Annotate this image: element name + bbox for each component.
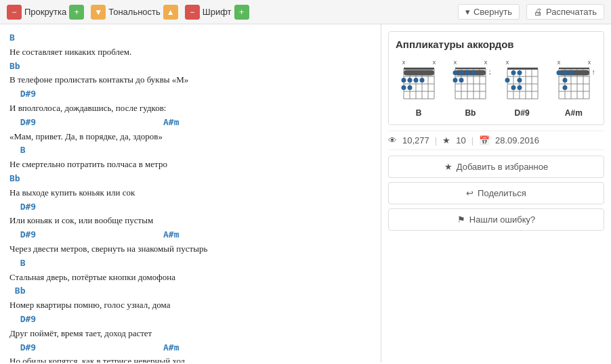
chord-diagram-label: D#9: [515, 108, 530, 118]
chord-grid: x: [502, 57, 543, 104]
text-line: Или коньяк и сок, или вообще пустым: [9, 214, 371, 228]
font-minus-btn[interactable]: −: [185, 5, 200, 20]
chord-diagram-label: A#m: [565, 108, 583, 118]
text-line: В телефоне пролистать контакты до буквы …: [9, 73, 371, 87]
main-container: BНе составляет никаких проблем.BbВ телеф…: [0, 24, 611, 363]
svg-text:x: x: [402, 59, 406, 66]
views-icon: 👁: [388, 135, 397, 145]
svg-point-20: [408, 85, 413, 90]
star-icon: ★: [444, 162, 452, 172]
text-line: Через двести метров, свернуть на знакомы…: [9, 242, 371, 256]
scroll-plus-btn[interactable]: +: [69, 5, 84, 20]
svg-point-39: [465, 70, 470, 75]
chord-line: D#9 A#m: [9, 228, 371, 242]
svg-text:x: x: [454, 59, 457, 66]
svg-point-16: [408, 78, 413, 83]
chord-line: Bb: [9, 60, 371, 74]
chord-diagram-label: Bb: [465, 108, 476, 118]
svg-point-57: [517, 70, 522, 75]
chord-diagrams-section: Аппликатуры аккордов xxBxx2BbxD#9xx5A#m: [388, 31, 604, 125]
svg-point-82: [562, 85, 567, 90]
svg-text:5: 5: [593, 69, 594, 76]
chord-line: Bb: [9, 172, 371, 186]
chord-grid: xx: [398, 57, 439, 104]
svg-point-58: [505, 78, 509, 83]
text-line: Не смертельно потратить полчаса в метро: [9, 158, 371, 172]
tone-down-btn[interactable]: ▼: [91, 5, 106, 20]
calendar-icon: 📅: [479, 135, 490, 145]
favorite-btn[interactable]: ★ Добавить в избранное: [388, 156, 604, 178]
toolbar: − Прокрутка + ▼ Тональность ▲ − Шрифт + …: [0, 0, 611, 24]
chord-grid: xx5: [553, 57, 594, 104]
svg-point-15: [402, 78, 406, 83]
flag-icon: ⚑: [457, 214, 465, 225]
chevron-down-icon: ▾: [465, 7, 470, 17]
svg-point-17: [414, 78, 419, 83]
text-line: На выходе купить коньяк или сок: [9, 186, 371, 200]
sep2: |: [471, 135, 473, 145]
svg-point-41: [453, 78, 458, 83]
svg-point-40: [471, 70, 476, 75]
svg-point-60: [511, 85, 515, 90]
svg-point-56: [511, 70, 515, 75]
chord-line: D#9: [9, 87, 371, 101]
svg-text:x: x: [588, 59, 591, 66]
chord-line: D#9: [9, 200, 371, 214]
scroll-minus-btn[interactable]: −: [7, 5, 22, 20]
svg-point-37: [453, 70, 458, 75]
svg-point-59: [517, 78, 522, 83]
stars-count: 10: [456, 135, 465, 145]
chord-meta: 👁 10,277 | ★ 10 | 📅 28.09.2016: [388, 131, 604, 150]
share-btn[interactable]: ↩ Поделиться: [388, 182, 604, 204]
sep1: |: [435, 135, 437, 145]
font-group: − Шрифт +: [185, 5, 249, 20]
star-icon: ★: [442, 135, 450, 145]
print-icon: 🖨: [534, 7, 543, 17]
svg-point-42: [459, 78, 464, 83]
svg-point-80: [568, 70, 573, 75]
svg-text:x: x: [433, 59, 436, 66]
chord-diagrams-row: xxBxx2BbxD#9xx5A#m: [396, 57, 597, 118]
collapse-btn[interactable]: ▾ Свернуть: [458, 4, 520, 20]
chord-diagram[interactable]: xxB: [398, 57, 439, 118]
chord-diagram[interactable]: xx5A#m: [553, 57, 594, 118]
svg-rect-14: [404, 70, 434, 76]
chord-diagram[interactable]: xD#9: [502, 57, 543, 118]
chord-grid: xx2: [450, 57, 490, 104]
svg-point-38: [459, 70, 464, 75]
svg-point-81: [562, 78, 567, 83]
report-btn[interactable]: ⚑ Нашли ошибку?: [388, 208, 604, 231]
chord-diagrams-title: Аппликатуры аккордов: [396, 39, 597, 50]
chord-diagram[interactable]: xx2Bb: [450, 57, 490, 118]
svg-point-79: [562, 70, 567, 75]
chord-diagram-label: B: [416, 108, 422, 118]
chord-line: D#9 A#m: [9, 116, 371, 130]
svg-text:x: x: [484, 59, 488, 66]
tone-label: Тональность: [108, 7, 161, 17]
right-panel: Аппликатуры аккордов xxBxx2BbxD#9xx5A#m …: [381, 24, 611, 363]
chord-line: D#9: [9, 313, 371, 327]
text-line: Но обиды копятся, как в тетрисе неверный…: [9, 355, 371, 363]
chord-line: Bb: [9, 284, 371, 298]
font-label: Шрифт: [203, 7, 232, 17]
lyrics-panel[interactable]: BНе составляет никаких проблем.BbВ телеф…: [0, 24, 381, 363]
tone-up-btn[interactable]: ▲: [163, 5, 178, 20]
font-plus-btn[interactable]: +: [234, 5, 249, 20]
date-value: 28.09.2016: [495, 135, 539, 145]
print-btn[interactable]: 🖨 Распечатать: [526, 4, 604, 20]
text-line: И вполголоса, дождавшись, после гудков:: [9, 101, 371, 116]
tone-group: ▼ Тональность ▲: [91, 5, 178, 20]
views-count: 10,277: [402, 135, 429, 145]
chord-line: B: [9, 256, 371, 271]
text-line: Номер квартиры помню, голос узнал, дома: [9, 298, 371, 313]
svg-text:x: x: [505, 59, 509, 66]
toolbar-right: ▾ Свернуть 🖨 Распечатать: [458, 4, 604, 20]
text-line: Друг поймёт, время тает, доход растет: [9, 327, 371, 341]
svg-text:x: x: [557, 59, 561, 66]
chord-line: D#9 A#m: [9, 341, 371, 355]
text-line: Не составляет никаких проблем.: [9, 45, 371, 60]
svg-point-18: [420, 78, 425, 83]
chord-line: B: [9, 143, 371, 158]
svg-point-78: [556, 70, 561, 75]
chord-line: B: [9, 31, 371, 45]
